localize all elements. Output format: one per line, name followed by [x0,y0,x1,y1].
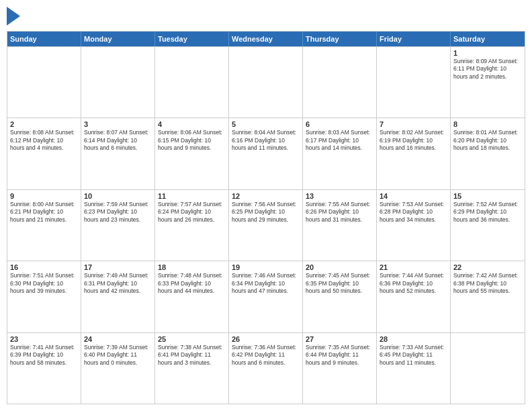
day-number: 16 [10,263,78,271]
header [7,7,525,26]
cell-info-text: Sunrise: 8:07 AM Sunset: 6:14 PM Dayligh… [84,129,152,152]
cell-info-text: Sunrise: 8:04 AM Sunset: 6:16 PM Dayligh… [232,129,300,152]
cell-info-text: Sunrise: 8:08 AM Sunset: 6:12 PM Dayligh… [10,129,78,152]
cell-info-text: Sunrise: 7:57 AM Sunset: 6:24 PM Dayligh… [158,201,226,224]
cell-info-text: Sunrise: 7:42 AM Sunset: 6:38 PM Dayligh… [453,272,522,295]
cell-info-text: Sunrise: 7:46 AM Sunset: 6:34 PM Dayligh… [232,272,300,295]
calendar-cell-15: 15Sunrise: 7:52 AM Sunset: 6:29 PM Dayli… [451,190,525,261]
cell-info-text: Sunrise: 7:39 AM Sunset: 6:40 PM Dayligh… [84,344,152,367]
calendar-cell-empty-0-1 [81,47,155,118]
cell-info-text: Sunrise: 8:00 AM Sunset: 6:21 PM Dayligh… [10,201,78,224]
svg-marker-0 [7,7,20,26]
calendar-cell-20: 20Sunrise: 7:45 AM Sunset: 6:35 PM Dayli… [303,261,377,332]
day-number: 9 [10,192,78,200]
day-number: 27 [306,335,373,343]
day-number: 13 [306,192,373,200]
calendar-header: SundayMondayTuesdayWednesdayThursdayFrid… [7,32,525,46]
logo [7,7,24,26]
cell-info-text: Sunrise: 7:35 AM Sunset: 6:44 PM Dayligh… [306,344,373,367]
page: SundayMondayTuesdayWednesdayThursdayFrid… [0,0,532,411]
calendar-cell-7: 7Sunrise: 8:02 AM Sunset: 6:19 PM Daylig… [377,118,451,189]
day-number: 5 [232,120,300,128]
header-day-saturday: Saturday [451,32,525,46]
calendar-cell-9: 9Sunrise: 8:00 AM Sunset: 6:21 PM Daylig… [7,190,81,261]
calendar-cell-11: 11Sunrise: 7:57 AM Sunset: 6:24 PM Dayli… [155,190,229,261]
calendar-cell-8: 8Sunrise: 8:01 AM Sunset: 6:20 PM Daylig… [451,118,525,189]
cell-info-text: Sunrise: 8:09 AM Sunset: 6:11 PM Dayligh… [453,58,522,81]
day-number: 6 [306,120,373,128]
header-day-sunday: Sunday [7,32,81,46]
calendar-cell-empty-0-4 [303,47,377,118]
cell-info-text: Sunrise: 7:44 AM Sunset: 6:36 PM Dayligh… [380,272,447,295]
day-number: 21 [380,263,447,271]
calendar: SundayMondayTuesdayWednesdayThursdayFrid… [7,31,525,404]
calendar-cell-10: 10Sunrise: 7:59 AM Sunset: 6:23 PM Dayli… [81,190,155,261]
cell-info-text: Sunrise: 7:33 AM Sunset: 6:45 PM Dayligh… [380,344,447,367]
day-number: 8 [453,120,522,128]
calendar-cell-14: 14Sunrise: 7:53 AM Sunset: 6:28 PM Dayli… [377,190,451,261]
calendar-cell-28: 28Sunrise: 7:33 AM Sunset: 6:45 PM Dayli… [377,333,451,404]
calendar-cell-6: 6Sunrise: 8:03 AM Sunset: 6:17 PM Daylig… [303,118,377,189]
cell-info-text: Sunrise: 7:41 AM Sunset: 6:39 PM Dayligh… [10,344,78,367]
cell-info-text: Sunrise: 7:48 AM Sunset: 6:33 PM Dayligh… [158,272,226,295]
cell-info-text: Sunrise: 7:36 AM Sunset: 6:42 PM Dayligh… [232,344,300,367]
calendar-cell-23: 23Sunrise: 7:41 AM Sunset: 6:39 PM Dayli… [7,333,81,404]
calendar-cell-17: 17Sunrise: 7:49 AM Sunset: 6:31 PM Dayli… [81,261,155,332]
calendar-row-2: 2Sunrise: 8:08 AM Sunset: 6:12 PM Daylig… [7,118,525,189]
cell-info-text: Sunrise: 7:56 AM Sunset: 6:25 PM Dayligh… [232,201,300,224]
calendar-cell-16: 16Sunrise: 7:51 AM Sunset: 6:30 PM Dayli… [7,261,81,332]
day-number: 22 [453,263,522,271]
calendar-row-5: 23Sunrise: 7:41 AM Sunset: 6:39 PM Dayli… [7,332,525,404]
calendar-cell-12: 12Sunrise: 7:56 AM Sunset: 6:25 PM Dayli… [229,190,303,261]
calendar-cell-4: 4Sunrise: 8:06 AM Sunset: 6:15 PM Daylig… [155,118,229,189]
day-number: 28 [380,335,447,343]
calendar-cell-22: 22Sunrise: 7:42 AM Sunset: 6:38 PM Dayli… [451,261,525,332]
day-number: 7 [380,120,447,128]
day-number: 15 [453,192,522,200]
day-number: 19 [232,263,300,271]
header-day-thursday: Thursday [303,32,377,46]
calendar-cell-2: 2Sunrise: 8:08 AM Sunset: 6:12 PM Daylig… [7,118,81,189]
day-number: 26 [232,335,300,343]
cell-info-text: Sunrise: 8:02 AM Sunset: 6:19 PM Dayligh… [380,129,447,152]
day-number: 2 [10,120,78,128]
header-day-friday: Friday [377,32,451,46]
calendar-cell-26: 26Sunrise: 7:36 AM Sunset: 6:42 PM Dayli… [229,333,303,404]
calendar-row-3: 9Sunrise: 8:00 AM Sunset: 6:21 PM Daylig… [7,189,525,261]
header-day-wednesday: Wednesday [229,32,303,46]
calendar-cell-empty-0-2 [155,47,229,118]
cell-info-text: Sunrise: 8:06 AM Sunset: 6:15 PM Dayligh… [158,129,226,152]
calendar-cell-18: 18Sunrise: 7:48 AM Sunset: 6:33 PM Dayli… [155,261,229,332]
cell-info-text: Sunrise: 8:01 AM Sunset: 6:20 PM Dayligh… [453,129,522,152]
calendar-cell-21: 21Sunrise: 7:44 AM Sunset: 6:36 PM Dayli… [377,261,451,332]
calendar-cell-5: 5Sunrise: 8:04 AM Sunset: 6:16 PM Daylig… [229,118,303,189]
cell-info-text: Sunrise: 7:55 AM Sunset: 6:26 PM Dayligh… [306,201,373,224]
calendar-cell-empty-0-5 [377,47,451,118]
calendar-cell-empty-0-3 [229,47,303,118]
calendar-row-4: 16Sunrise: 7:51 AM Sunset: 6:30 PM Dayli… [7,261,525,332]
day-number: 12 [232,192,300,200]
logo-icon [7,7,20,26]
cell-info-text: Sunrise: 7:38 AM Sunset: 6:41 PM Dayligh… [158,344,226,367]
day-number: 20 [306,263,373,271]
day-number: 17 [84,263,152,271]
calendar-body: 1Sunrise: 8:09 AM Sunset: 6:11 PM Daylig… [7,46,525,404]
day-number: 25 [158,335,226,343]
cell-info-text: Sunrise: 7:45 AM Sunset: 6:35 PM Dayligh… [306,272,373,295]
calendar-cell-24: 24Sunrise: 7:39 AM Sunset: 6:40 PM Dayli… [81,333,155,404]
day-number: 14 [380,192,447,200]
header-day-monday: Monday [81,32,155,46]
day-number: 18 [158,263,226,271]
cell-info-text: Sunrise: 7:52 AM Sunset: 6:29 PM Dayligh… [453,201,522,224]
day-number: 10 [84,192,152,200]
calendar-cell-19: 19Sunrise: 7:46 AM Sunset: 6:34 PM Dayli… [229,261,303,332]
header-day-tuesday: Tuesday [155,32,229,46]
calendar-cell-1: 1Sunrise: 8:09 AM Sunset: 6:11 PM Daylig… [451,47,525,118]
cell-info-text: Sunrise: 7:59 AM Sunset: 6:23 PM Dayligh… [84,201,152,224]
day-number: 1 [453,49,522,57]
day-number: 4 [158,120,226,128]
cell-info-text: Sunrise: 7:51 AM Sunset: 6:30 PM Dayligh… [10,272,78,295]
calendar-cell-13: 13Sunrise: 7:55 AM Sunset: 6:26 PM Dayli… [303,190,377,261]
day-number: 23 [10,335,78,343]
cell-info-text: Sunrise: 8:03 AM Sunset: 6:17 PM Dayligh… [306,129,373,152]
